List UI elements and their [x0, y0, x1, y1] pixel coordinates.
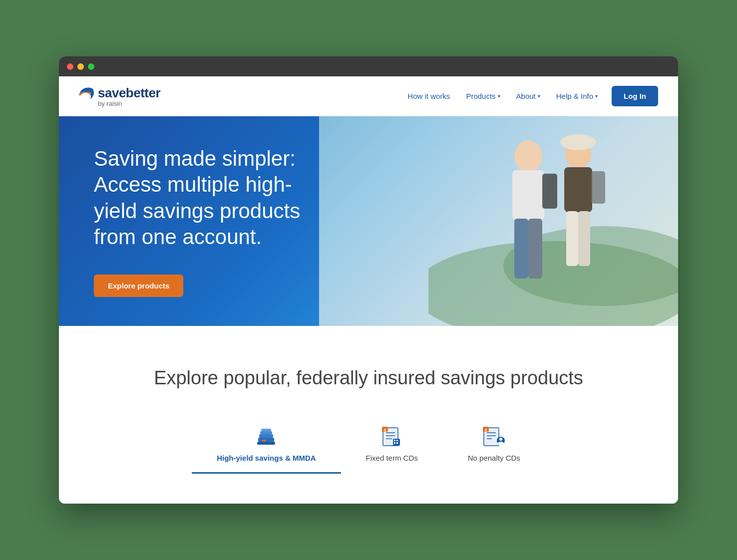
hero-people-illustration	[319, 116, 678, 326]
nav-about[interactable]: About ▾	[509, 88, 547, 104]
svg-point-2	[514, 140, 542, 172]
nav-help-info[interactable]: Help & Info ▾	[549, 88, 605, 104]
logo-text: savebetter	[98, 85, 160, 101]
nav-products[interactable]: Products ▾	[459, 88, 507, 104]
svg-rect-5	[528, 219, 542, 279]
svg-rect-18	[262, 440, 266, 442]
svg-rect-30	[396, 442, 398, 444]
no-penalty-icon: $	[481, 426, 507, 448]
logo-brand: savebetter	[79, 85, 160, 101]
products-section-title: Explore popular, federally insured savin…	[79, 366, 658, 390]
tab-fixed-term-cds[interactable]: $ Fixed term CDs	[341, 421, 443, 474]
tab-high-yield-label: High-yield savings & MMDA	[217, 454, 316, 462]
logo-sub: by raisin	[98, 100, 122, 107]
login-button[interactable]: Log In	[612, 86, 658, 106]
tab-fixed-cds-label: Fixed term CDs	[366, 454, 418, 462]
nav-links: How it works Products ▾ About ▾ Help & I…	[400, 86, 658, 106]
tab-no-penalty-cds[interactable]: $ No penalty CDs	[443, 421, 545, 474]
people-svg	[428, 116, 678, 326]
fixed-cds-icon: $	[379, 426, 405, 448]
tab-no-penalty-label: No penalty CDs	[468, 454, 520, 462]
explore-products-button[interactable]: Explore products	[94, 275, 183, 297]
svg-rect-27	[394, 440, 395, 441]
products-section: Explore popular, federally insured savin…	[59, 326, 678, 503]
browser-window: savebetter by raisin How it works Produc…	[59, 56, 678, 503]
nav-how-it-works[interactable]: How it works	[400, 88, 457, 104]
svg-point-39	[499, 438, 502, 441]
products-chevron-icon: ▾	[498, 93, 500, 99]
svg-rect-26	[393, 439, 400, 446]
tab-high-yield-savings[interactable]: High-yield savings & MMDA	[192, 421, 341, 474]
svg-rect-8	[564, 167, 592, 212]
savings-icon	[253, 426, 279, 448]
logo-area: savebetter by raisin	[79, 85, 160, 107]
svg-point-7	[560, 134, 596, 150]
svg-text:$: $	[383, 428, 386, 432]
browser-dot-yellow[interactable]	[77, 63, 84, 70]
help-chevron-icon: ▾	[595, 93, 598, 99]
browser-dot-red[interactable]	[67, 63, 73, 70]
hero-title: Saving made simpler: Access multiple hig…	[94, 146, 334, 251]
hero-image-area	[319, 116, 678, 326]
product-tabs: High-yield savings & MMDA $	[79, 421, 658, 474]
browser-chrome	[59, 56, 678, 76]
browser-dot-green[interactable]	[88, 63, 94, 70]
svg-rect-13	[257, 442, 275, 445]
hero-content: Saving made simpler: Access multiple hig…	[59, 116, 368, 326]
svg-rect-9	[566, 211, 578, 266]
svg-rect-11	[542, 174, 557, 209]
svg-rect-3	[512, 170, 544, 220]
about-chevron-icon: ▾	[538, 93, 540, 99]
svg-rect-29	[394, 442, 395, 444]
svg-rect-15	[259, 434, 273, 438]
svg-rect-12	[591, 171, 605, 204]
svg-rect-4	[514, 219, 528, 279]
svg-text:$: $	[485, 428, 487, 432]
savebetter-logo-icon	[79, 86, 95, 100]
hero-section: Saving made simpler: Access multiple hig…	[59, 116, 678, 326]
svg-rect-17	[261, 429, 271, 431]
navbar: savebetter by raisin How it works Produc…	[59, 76, 678, 116]
svg-rect-10	[578, 211, 590, 266]
svg-rect-28	[396, 440, 398, 441]
svg-rect-16	[260, 431, 272, 434]
